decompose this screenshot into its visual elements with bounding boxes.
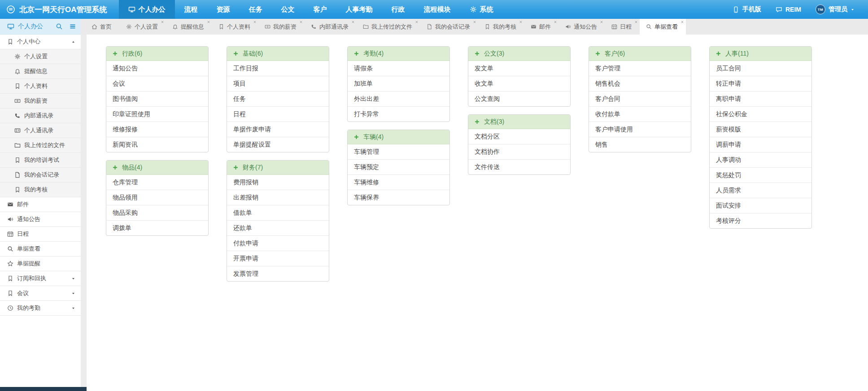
topnav-item-9[interactable]: 系统 <box>460 0 503 19</box>
card-item-link[interactable]: 物品领用 <box>106 190 208 205</box>
card-item-link[interactable]: 图书借阅 <box>106 91 208 107</box>
card-item-link[interactable]: 人员需求 <box>710 183 811 198</box>
tab-9[interactable]: 邮件 <box>524 19 559 35</box>
card-item-link[interactable]: 日程 <box>227 107 329 122</box>
topnav-item-4[interactable]: 公文 <box>272 0 304 19</box>
close-icon[interactable] <box>473 20 476 24</box>
app-brand[interactable]: 北京一网天行OA管理系统 <box>0 0 119 19</box>
card-item-link[interactable]: 文档分区 <box>468 129 570 144</box>
topnav-item-1[interactable]: 流程 <box>175 0 207 19</box>
close-icon[interactable] <box>415 20 419 24</box>
card-item-link[interactable]: 单据提醒设置 <box>227 137 329 152</box>
card-item-link[interactable]: 任务 <box>227 91 329 107</box>
card-item-link[interactable]: 通知公告 <box>106 61 208 76</box>
close-icon[interactable] <box>351 20 355 24</box>
category-card-header[interactable]: 文档(3) <box>468 115 570 129</box>
close-icon[interactable] <box>554 20 557 24</box>
sidebar-item-18[interactable]: 我的考勤 <box>0 301 81 316</box>
category-card-header[interactable]: 基础(6) <box>227 47 329 61</box>
sidebar-item-7[interactable]: 我上传过的文件 <box>0 138 81 153</box>
sidebar-item-11[interactable]: 邮件 <box>0 197 81 212</box>
tab-7[interactable]: 我的会话记录 <box>420 19 478 35</box>
card-item-link[interactable]: 销售机会 <box>589 76 691 91</box>
card-item-link[interactable]: 打卡异常 <box>348 107 449 122</box>
mobile-version-button[interactable]: 手机版 <box>725 5 768 13</box>
card-item-link[interactable]: 销售 <box>589 137 691 152</box>
search-icon[interactable] <box>56 23 63 30</box>
category-card-header[interactable]: 车辆(4) <box>348 130 449 144</box>
close-icon[interactable] <box>680 20 684 24</box>
tab-10[interactable]: 通知公告 <box>559 19 605 35</box>
card-item-link[interactable]: 请假条 <box>348 61 449 76</box>
card-item-link[interactable]: 项目 <box>227 76 329 91</box>
card-item-link[interactable]: 付款申请 <box>227 236 329 251</box>
tab-1[interactable]: 个人设置 <box>120 19 166 35</box>
sidebar-item-1[interactable]: 个人设置 <box>0 49 81 64</box>
card-item-link[interactable]: 费用报销 <box>227 175 329 190</box>
card-item-link[interactable]: 印章证照使用 <box>106 107 208 122</box>
category-card-header[interactable]: 行政(6) <box>106 47 208 61</box>
topnav-item-8[interactable]: 流程模块 <box>414 0 460 19</box>
hamburger-icon[interactable] <box>69 23 76 30</box>
category-card-header[interactable]: 公文(3) <box>468 47 570 61</box>
close-icon[interactable] <box>253 20 257 24</box>
card-item-link[interactable]: 发票管理 <box>227 266 329 281</box>
tab-2[interactable]: 提醒信息 <box>166 19 212 35</box>
category-card-header[interactable]: 物品(4) <box>106 161 208 175</box>
card-item-link[interactable]: 薪资模版 <box>710 122 811 137</box>
card-item-link[interactable]: 工作日报 <box>227 61 329 76</box>
card-item-link[interactable]: 车辆预定 <box>348 160 449 175</box>
admin-user-menu[interactable]: TM管理员 <box>808 4 862 14</box>
tab-11[interactable]: 日程 <box>605 19 640 35</box>
close-icon[interactable] <box>299 20 303 24</box>
category-card-header[interactable]: 考勤(4) <box>348 47 449 61</box>
close-icon[interactable] <box>207 20 210 24</box>
card-item-link[interactable]: 车辆管理 <box>348 144 449 160</box>
card-item-link[interactable]: 外出出差 <box>348 91 449 107</box>
card-item-link[interactable]: 会议 <box>106 76 208 91</box>
tab-6[interactable]: 我上传过的文件 <box>357 19 420 35</box>
card-item-link[interactable]: 公文查阅 <box>468 91 570 106</box>
topnav-item-5[interactable]: 客户 <box>304 0 336 19</box>
card-item-link[interactable]: 仓库管理 <box>106 175 208 190</box>
card-item-link[interactable]: 客户申请使用 <box>589 122 691 137</box>
card-item-link[interactable]: 开票申请 <box>227 251 329 266</box>
card-item-link[interactable]: 车辆维修 <box>348 175 449 190</box>
close-icon[interactable] <box>519 20 523 24</box>
reim-button[interactable]: REIM <box>768 6 808 13</box>
topnav-item-7[interactable]: 行政 <box>382 0 414 19</box>
card-item-link[interactable]: 物品采购 <box>106 205 208 221</box>
card-item-link[interactable]: 调拨单 <box>106 221 208 235</box>
tab-0[interactable]: 首页 <box>85 19 120 35</box>
card-item-link[interactable]: 车辆保养 <box>348 190 449 205</box>
card-item-link[interactable]: 考核评分 <box>710 213 811 228</box>
category-card-header[interactable]: 人事(11) <box>710 47 811 61</box>
tab-12[interactable]: 单据查看 <box>640 19 686 35</box>
card-item-link[interactable]: 借款单 <box>227 205 329 221</box>
card-item-link[interactable]: 新闻资讯 <box>106 137 208 152</box>
sidebar-item-17[interactable]: 会议 <box>0 286 81 301</box>
tab-8[interactable]: 我的考核 <box>478 19 524 35</box>
card-item-link[interactable]: 客户合同 <box>589 91 691 107</box>
card-item-link[interactable]: 还款单 <box>227 221 329 236</box>
sidebar-item-2[interactable]: 提醒信息 <box>0 64 81 79</box>
tab-4[interactable]: 我的薪资 <box>258 19 305 35</box>
close-icon[interactable] <box>634 20 638 24</box>
sidebar-item-10[interactable]: 我的考核 <box>0 182 81 197</box>
card-item-link[interactable]: 文档协作 <box>468 144 570 160</box>
tab-3[interactable]: 个人资料 <box>212 19 258 35</box>
topnav-item-6[interactable]: 人事考勤 <box>336 0 382 19</box>
sidebar-item-13[interactable]: 日程 <box>0 227 81 242</box>
topnav-item-0[interactable]: 个人办公 <box>119 0 175 19</box>
sidebar-item-5[interactable]: 内部通讯录 <box>0 109 81 123</box>
card-item-link[interactable]: 人事调动 <box>710 152 811 168</box>
card-item-link[interactable]: 转正申请 <box>710 76 811 91</box>
topnav-item-2[interactable]: 资源 <box>207 0 240 19</box>
sidebar-item-4[interactable]: 我的薪资 <box>0 94 81 109</box>
tab-5[interactable]: 内部通讯录 <box>305 19 357 35</box>
card-item-link[interactable]: 员工合同 <box>710 61 811 76</box>
sidebar-item-3[interactable]: 个人资料 <box>0 79 81 94</box>
card-item-link[interactable]: 加班单 <box>348 76 449 91</box>
card-item-link[interactable]: 单据作废申请 <box>227 122 329 137</box>
close-icon[interactable] <box>161 20 164 24</box>
